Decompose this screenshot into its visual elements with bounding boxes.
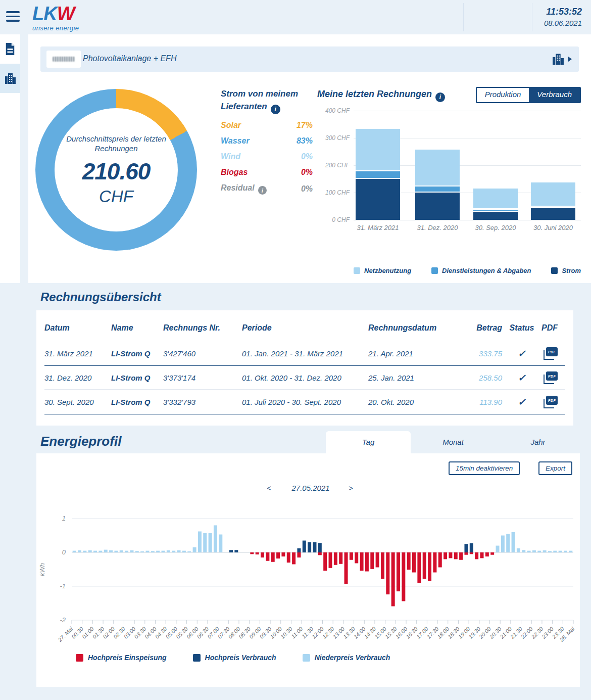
prev-day-button[interactable]: < [267,484,271,492]
tab-jahr[interactable]: Jahr [496,431,580,453]
column-header: Periode [242,323,368,333]
y-axis-tick: 1 [62,515,66,522]
mix-row-solar: Solar17% [221,121,313,130]
energy-bar-positive [527,551,531,552]
column-header: Name [111,323,163,333]
pdf-icon: PDF [546,347,558,356]
energy-bar-positive [214,525,217,552]
energy-bar-positive [543,550,547,552]
column-header: Status [502,323,541,333]
toggle-verbrauch[interactable]: Verbrauch [529,88,580,102]
current-date: 08.06.2021 [544,19,582,27]
donut-center: Durchschnittspreis der letzten Rechnunge… [55,108,178,231]
legend-swatch [193,654,201,662]
info-icon[interactable]: i [435,92,445,102]
hamburger-menu-icon[interactable] [6,11,20,22]
x-axis-label: 30. Juni 2020 [525,224,581,231]
energy-bar-positive [548,551,552,552]
energy-bar-positive [172,551,175,552]
energy-bar-negative [261,552,264,557]
energy-bar-positive [559,551,562,552]
energy-bar-negative [360,552,364,571]
paid-check-icon: ✓ [502,372,541,384]
energy-bar-negative [459,552,463,560]
installation-switcher[interactable] [552,53,572,65]
energy-bar-negative [266,552,269,561]
next-day-button[interactable]: > [349,484,353,492]
invoice-table-title: Rechnungsübersicht [40,290,161,304]
energy-bar-negative [381,552,384,579]
x-axis-label: 31. Dez. 2020 [410,224,465,231]
sidebar-item-installations[interactable] [0,64,20,93]
pdf-download-button[interactable]: PDF [543,347,558,360]
header-divider [463,3,464,31]
average-price-unit: CHF [99,187,133,206]
toggle-produktion[interactable]: Produktion [477,88,529,102]
energy-bar-positive [512,532,515,552]
paid-check-icon: ✓ [502,396,541,408]
energy-bar-positive [93,551,97,552]
logo-text: LK [32,3,57,24]
info-icon[interactable]: i [271,105,280,114]
energy-bar-negative [475,552,478,559]
bar-segment-strom [531,208,575,220]
energy-bar-positive [318,543,322,552]
x-axis-label: 10:30 [279,625,294,640]
column-header: Rechnungsdatum [368,323,459,333]
pdf-download-button[interactable]: PDF [543,396,558,408]
logo-subtitle: unsere energie [32,25,79,31]
pdf-icon: PDF [546,396,558,405]
x-axis-label: 30. Sep. 2020 [468,224,523,231]
energy-bar-positive [88,550,92,552]
column-header: Datum [44,323,111,333]
energy-bar-positive [303,541,306,552]
production-consumption-toggle: Produktion Verbrauch [476,87,581,103]
cell-name: LI-Strom Q [111,398,163,406]
y-axis-tick: -2 [60,616,66,624]
energy-bar-negative [444,552,447,559]
clock-widget: 11:53:52 08.06.2021 [544,7,582,27]
cell-periode: 01. Juli 2020 - 30. Sept. 2020 [242,398,368,406]
export-button[interactable]: Export [538,461,572,475]
legend-item: Dienstleistungen & Abgaben [431,267,531,274]
energy-bar-negative [464,552,468,555]
info-icon[interactable]: i [258,186,267,195]
sidebar-item-invoices[interactable] [0,34,20,64]
tab-tag[interactable]: Tag [326,431,411,453]
energy-bar-negative [490,552,494,555]
energy-bar-negative [412,552,416,573]
y-axis-tick: 300 CHF [320,134,350,142]
cell-rechnungs-nr: 3'427'460 [163,349,242,358]
cell-rechnungsdatum: 25. Jan. 2021 [368,374,459,382]
redacted-customer-badge [46,51,81,68]
energy-bar-positive [145,551,149,552]
toggle-15min-button[interactable]: 15min deaktivieren [449,461,520,475]
building-icon [5,73,16,84]
tab-monat[interactable]: Monat [411,431,496,453]
energy-bar-positive [308,542,311,552]
energy-bar-positive [187,551,191,552]
energy-bar-positive [151,551,155,552]
y-axis-tick: 200 CHF [320,162,350,169]
energy-bar-negative [355,552,358,563]
energy-bar-positive [130,550,133,552]
overview-card: Photovoltaikanlage + EFH Durchschnittspr… [28,34,591,283]
energy-bar-negative [276,552,280,558]
column-header: Rechnungs Nr. [163,323,242,333]
cell-datum: 31. Dez. 2020 [44,374,111,382]
energy-bar-negative [428,552,431,581]
cell-rechnungsdatum: 20. Okt. 2020 [368,398,459,406]
energy-bar-negative [365,552,369,572]
pdf-download-button[interactable]: PDF [543,371,558,384]
bar-segment-dienstleistungen-abgaben [531,207,575,208]
legend-hochpreis-einspeisung: Hochpreis Einspeisung [76,654,167,662]
legend-hochpreis-verbrauch: Hochpreis Verbrauch [193,654,276,662]
y-axis-tick: 0 CHF [320,216,350,223]
energy-bar-negative [339,552,342,564]
energy-bar-negative [485,552,489,556]
invoice-row: 31. Dez. 2020LI-Strom Q3'373'17401. Okt.… [44,366,565,390]
energy-bar-negative [297,552,301,557]
invoices-legend: NetzbenutzungDienstleistungen & AbgabenS… [354,267,581,274]
bar-segment-strom [473,212,518,220]
energy-bar-negative [350,552,353,560]
